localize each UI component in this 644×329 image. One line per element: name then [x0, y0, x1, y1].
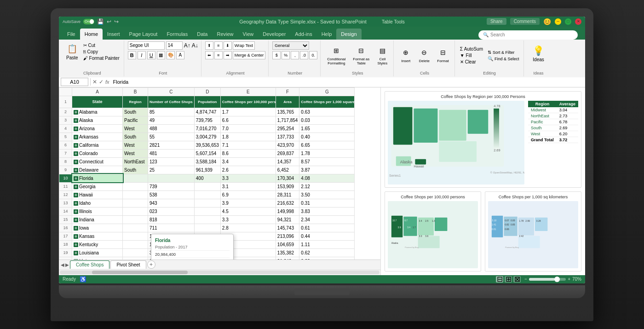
cell-state[interactable]: ⊕Arizona	[72, 124, 123, 133]
wrap-text-button[interactable]: Wrap Text	[233, 41, 255, 50]
number-format-select[interactable]: General	[272, 41, 309, 50]
align-top-btn[interactable]: ⬆	[205, 41, 213, 50]
cell-per100k[interactable]: 1.7	[220, 108, 276, 116]
align-middle-btn[interactable]: ≡	[214, 41, 223, 50]
cell-pop[interactable]	[194, 199, 220, 207]
cell-region[interactable]	[123, 257, 148, 260]
cell-area[interactable]: 423,970	[276, 141, 299, 149]
zoom-slider-thumb[interactable]	[554, 277, 560, 282]
cell-shops[interactable]	[148, 174, 195, 182]
cell-per100k[interactable]: 3.4	[220, 157, 276, 166]
tab-addins[interactable]: Add-ins	[290, 29, 316, 40]
save-icon[interactable]: 💾	[97, 18, 104, 25]
cell-region[interactable]	[123, 248, 148, 257]
cell-state[interactable]: ⊕Kansas	[72, 232, 123, 240]
comma-btn[interactable]: ,	[291, 51, 299, 59]
cell-state[interactable]: ⊕Hawaii	[72, 190, 123, 199]
table-row[interactable]: 3⊕AlaskaPacific49739,7956.61,717,8540.03	[59, 116, 355, 124]
cell-area[interactable]: 170,304	[276, 174, 299, 182]
clear-button[interactable]: ✕ Clear	[459, 59, 484, 65]
autosum-button[interactable]: Σ AutoSum	[459, 46, 484, 52]
format-button[interactable]: ⊟ Format	[434, 45, 451, 65]
align-bottom-btn[interactable]: ⬇	[224, 41, 232, 50]
font-color-btn[interactable]: A	[176, 51, 184, 59]
cell-shops[interactable]: 123	[148, 157, 195, 166]
table-row[interactable]: 11⊕Georgia7393.1153,9092.12	[59, 182, 355, 190]
cancel-formula-icon[interactable]: ✕	[92, 79, 97, 85]
font-size-input[interactable]	[166, 41, 183, 50]
close-button[interactable]: ✕	[575, 18, 581, 25]
copy-button[interactable]: ⎘ Copy	[82, 49, 121, 55]
cut-button[interactable]: ✂ Cut	[82, 42, 121, 48]
cell-region[interactable]	[123, 224, 148, 232]
decimal-dec-btn[interactable]: 0.	[309, 51, 317, 59]
cell-region[interactable]	[123, 240, 148, 248]
cell-per1000[interactable]: 2.34	[299, 215, 355, 224]
cell-per100k[interactable]: 2.8	[220, 224, 276, 232]
cell-per100k[interactable]: 1.8	[220, 133, 276, 141]
cell-per100k[interactable]: 3.1	[220, 182, 276, 190]
col-header-g[interactable]: G	[299, 87, 355, 96]
cell-per1000[interactable]: 0.31	[299, 199, 355, 207]
align-center-btn[interactable]: ≡	[214, 51, 223, 59]
cell-pop[interactable]: 7,016,270	[194, 124, 220, 133]
cell-state[interactable]: ⊕Indiana	[72, 215, 123, 224]
cell-area[interactable]: 149,998	[276, 207, 299, 215]
cell-area[interactable]: 135,765	[276, 108, 299, 116]
format-painter-button[interactable]: 🖌 Format Painter	[82, 55, 121, 61]
cell-state[interactable]: ⊕Connecticut	[72, 157, 123, 166]
table-row[interactable]: 8⊕ConnecticutNorthEast1233,588,1843.414,…	[59, 157, 355, 166]
cell-per1000[interactable]: 0.33	[299, 257, 355, 260]
cell-state[interactable]: ⊕Colorado	[72, 149, 123, 157]
cell-pop[interactable]: 5,607,154	[194, 149, 220, 157]
decimal-inc-btn[interactable]: .0	[300, 51, 308, 59]
cell-region[interactable]	[123, 174, 148, 182]
cell-reference-input[interactable]	[61, 78, 88, 86]
underline-button[interactable]: U	[147, 51, 155, 59]
bold-button[interactable]: B	[128, 51, 136, 59]
cell-area[interactable]: 94,321	[276, 215, 299, 224]
cell-per1000[interactable]: 0.61	[299, 224, 355, 232]
tab-help[interactable]: Help	[317, 29, 337, 40]
cell-per100k[interactable]: 2.6	[220, 166, 276, 174]
undo-icon[interactable]: ↩	[107, 18, 111, 25]
formula-input[interactable]	[111, 78, 583, 86]
cell-pop[interactable]: 400	[194, 174, 220, 182]
font-name-input[interactable]	[128, 41, 165, 50]
percent-btn[interactable]: %	[282, 51, 290, 59]
table-row[interactable]: 16⊕Iowa7112.8145,7430.61	[59, 224, 355, 232]
scroll-sheets-right[interactable]: ▶	[65, 262, 69, 267]
maximize-button[interactable]: □	[565, 18, 571, 25]
cell-state[interactable]: ⊕Maine	[72, 257, 123, 260]
page-layout-view-btn[interactable]: ⊞	[505, 276, 512, 283]
align-right-btn[interactable]: ➡	[224, 51, 232, 59]
align-left-btn[interactable]: ⬅	[205, 51, 213, 59]
cell-state[interactable]: ⊕Idaho	[72, 199, 123, 207]
tab-design[interactable]: Design	[336, 29, 361, 40]
table-row[interactable]: 4⊕ArizonaWest4887,016,2707.0295,2541.65	[59, 124, 355, 133]
cell-shops[interactable]: 25	[148, 166, 195, 174]
cell-region[interactable]	[123, 182, 148, 190]
cell-shops[interactable]: 55	[148, 133, 195, 141]
cell-pop[interactable]: 3,588,184	[194, 157, 220, 166]
cell-area[interactable]: 28,311	[276, 190, 299, 199]
cell-area[interactable]: 91,646	[276, 257, 299, 260]
cell-per1000[interactable]: 1.78	[299, 149, 355, 157]
italic-button[interactable]: I	[138, 51, 146, 59]
cell-shops[interactable]: 2821	[148, 141, 195, 149]
cell-area[interactable]: 295,254	[276, 124, 299, 133]
scroll-sheets-left[interactable]: ◀	[61, 262, 64, 267]
cell-per1000[interactable]: 3.83	[299, 207, 355, 215]
cell-area[interactable]: 216,632	[276, 199, 299, 207]
minimize-button[interactable]: ─	[555, 18, 561, 25]
cell-per100k[interactable]: 7.1	[220, 141, 276, 149]
cell-area[interactable]: 145,743	[276, 224, 299, 232]
cell-styles-button[interactable]: ▤ CellStyles	[374, 43, 391, 67]
cell-per100k[interactable]: 3.3	[220, 174, 276, 182]
cell-area[interactable]: 213,096	[276, 232, 299, 240]
col-header-a[interactable]: A	[72, 87, 123, 96]
col-header-b[interactable]: B	[123, 87, 148, 96]
delete-button[interactable]: ⊖ Delete	[416, 45, 432, 65]
tab-review[interactable]: Review	[212, 29, 238, 40]
cell-state[interactable]: ⊕Alaska	[72, 116, 123, 124]
